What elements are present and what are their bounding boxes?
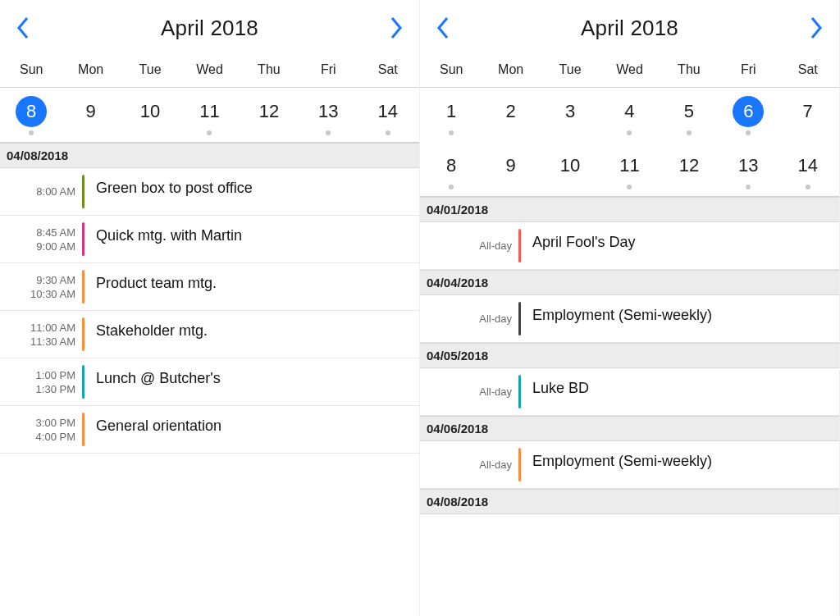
date-cell[interactable]: 13	[299, 96, 358, 135]
event-dot-icon	[627, 130, 632, 135]
date-cell[interactable]: 1	[422, 96, 481, 135]
event-time: All-day	[420, 372, 518, 412]
date-cell[interactable]: 2	[481, 96, 540, 135]
event-dot-icon	[207, 130, 212, 135]
date-cell[interactable]: 4	[600, 96, 659, 135]
date-number: 11	[194, 96, 225, 127]
agenda-list[interactable]: 04/08/20188:00 AMGreen box to post offic…	[0, 143, 419, 616]
date-number: 8	[16, 96, 47, 127]
event-row[interactable]: All-dayApril Fool's Day	[420, 222, 839, 270]
event-title: Green box to post office	[84, 171, 419, 212]
dow-cell: Fri	[719, 56, 778, 87]
event-time: All-day	[420, 299, 518, 339]
date-number: 10	[135, 96, 166, 127]
event-row[interactable]: 3:00 PM4:00 PMGeneral orientation	[0, 406, 419, 454]
date-number: 12	[253, 96, 285, 127]
date-grid: 891011121314	[0, 88, 419, 143]
event-title: General orientation	[84, 409, 419, 449]
event-row[interactable]: 11:00 AM11:30 AMStakeholder mtg.	[0, 311, 419, 358]
date-cell[interactable]: 10	[541, 150, 600, 189]
dow-cell: Mon	[481, 56, 540, 87]
event-row[interactable]: 1:00 PM1:30 PMLunch @ Butcher's	[0, 358, 419, 406]
dow-cell: Fri	[299, 56, 358, 87]
date-row: 891011121314	[0, 88, 419, 142]
month-title: April 2018	[161, 16, 258, 41]
event-row[interactable]: 8:00 AMGreen box to post office	[0, 168, 419, 216]
date-cell[interactable]: 6	[719, 96, 778, 135]
event-time: 3:00 PM4:00 PM	[0, 409, 82, 449]
date-cell[interactable]: 14	[778, 150, 838, 189]
dow-cell: Sat	[778, 56, 838, 87]
calendar-panel-left: April 2018 Sun Mon Tue Wed Thu Fri Sat 8…	[0, 0, 420, 616]
dow-cell: Sun	[422, 56, 481, 87]
dow-cell: Sat	[358, 56, 418, 87]
chevron-left-icon	[16, 16, 30, 39]
date-number: 8	[436, 150, 467, 181]
agenda-date-header: 04/04/2018	[420, 270, 839, 295]
event-dot-icon	[449, 185, 454, 189]
event-title: Luke BD	[521, 372, 839, 412]
date-number: 9	[75, 96, 107, 127]
date-number: 9	[495, 150, 527, 181]
prev-month-button[interactable]	[10, 15, 36, 41]
dow-cell: Tue	[541, 56, 600, 87]
event-dot-icon	[449, 130, 454, 135]
event-time: 1:00 PM1:30 PM	[0, 362, 82, 402]
date-number: 7	[792, 96, 824, 127]
dow-cell: Thu	[660, 56, 719, 87]
event-dot-icon	[29, 130, 34, 135]
date-number: 4	[614, 96, 645, 127]
date-cell[interactable]: 12	[660, 150, 719, 189]
event-row[interactable]: All-dayLuke BD	[420, 368, 839, 416]
event-title: Product team mtg.	[84, 267, 419, 307]
date-row: 891011121314	[420, 142, 839, 196]
event-row[interactable]: 8:45 AM9:00 AMQuick mtg. with Martin	[0, 216, 419, 263]
date-number: 5	[673, 96, 705, 127]
event-dot-icon	[687, 130, 692, 135]
agenda-date-header: 04/06/2018	[420, 416, 839, 441]
event-dot-icon	[627, 185, 632, 189]
chevron-right-icon	[390, 16, 403, 39]
next-month-button[interactable]	[803, 15, 829, 41]
event-row[interactable]: All-dayEmployment (Semi-weekly)	[420, 295, 839, 343]
event-title: Stakeholder mtg.	[84, 314, 419, 354]
agenda-date-header: 04/08/2018	[0, 143, 419, 168]
event-title: Employment (Semi-weekly)	[521, 299, 839, 339]
chevron-right-icon	[810, 16, 823, 39]
event-title: Employment (Semi-weekly)	[521, 445, 839, 485]
event-dot-icon	[746, 185, 751, 189]
date-cell[interactable]: 10	[121, 96, 180, 135]
date-cell[interactable]: 8	[2, 96, 61, 135]
event-time: 9:30 AM10:30 AM	[0, 267, 82, 307]
agenda-list[interactable]: 04/01/2018All-dayApril Fool's Day04/04/2…	[420, 197, 839, 616]
prev-month-button[interactable]	[430, 15, 456, 41]
dow-cell: Mon	[61, 56, 120, 87]
date-cell[interactable]: 7	[778, 96, 838, 135]
date-cell[interactable]: 11	[600, 150, 659, 189]
date-number: 14	[792, 150, 824, 181]
date-cell[interactable]: 8	[422, 150, 481, 189]
date-cell[interactable]: 3	[541, 96, 600, 135]
day-of-week-row: Sun Mon Tue Wed Thu Fri Sat	[0, 56, 419, 88]
event-row[interactable]: All-dayEmployment (Semi-weekly)	[420, 441, 839, 489]
date-number: 13	[313, 96, 344, 127]
event-row[interactable]: 9:30 AM10:30 AMProduct team mtg.	[0, 263, 419, 311]
date-row: 1234567	[420, 88, 839, 142]
date-cell[interactable]: 12	[240, 96, 299, 135]
event-time: 8:45 AM9:00 AM	[0, 219, 82, 259]
date-cell[interactable]: 5	[660, 96, 719, 135]
chevron-left-icon	[436, 16, 450, 39]
event-title: Lunch @ Butcher's	[84, 362, 419, 402]
date-cell[interactable]: 14	[358, 96, 418, 135]
date-cell[interactable]: 9	[61, 96, 120, 135]
date-cell[interactable]: 9	[481, 150, 540, 189]
next-month-button[interactable]	[383, 15, 409, 41]
date-number: 1	[436, 96, 467, 127]
date-cell[interactable]: 11	[180, 96, 239, 135]
day-of-week-row: Sun Mon Tue Wed Thu Fri Sat	[420, 56, 839, 88]
date-cell[interactable]: 13	[719, 150, 778, 189]
event-time: 11:00 AM11:30 AM	[0, 314, 82, 354]
calendar-panel-right: April 2018 Sun Mon Tue Wed Thu Fri Sat 1…	[420, 0, 840, 616]
date-number: 11	[614, 150, 645, 181]
date-number: 14	[372, 96, 404, 127]
